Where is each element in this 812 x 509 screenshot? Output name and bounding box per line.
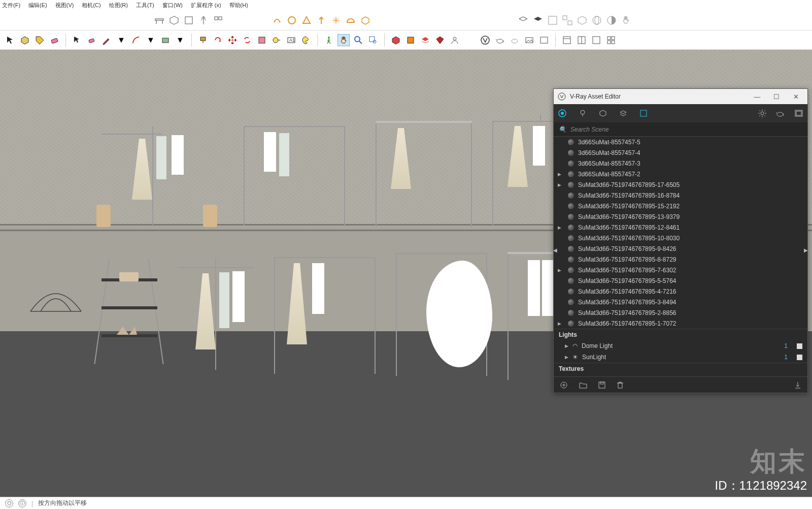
tab-frame-buffer[interactable]: [793, 108, 804, 119]
tab-lights[interactable]: [577, 108, 588, 119]
menu-edit[interactable]: 编辑(E): [28, 2, 47, 9]
rect-dropdown-icon[interactable]: ▼: [174, 34, 186, 46]
light-bulb-icon[interactable]: [271, 14, 283, 26]
material-row[interactable]: 3d66SuMat-8557457-4: [554, 147, 807, 158]
teapot-outline-icon[interactable]: [509, 34, 521, 46]
panel3-icon[interactable]: [590, 34, 602, 46]
grid-icon[interactable]: [547, 14, 559, 26]
vray-logo-icon[interactable]: [479, 34, 491, 46]
spark-icon[interactable]: [330, 14, 342, 26]
pencil-icon[interactable]: [100, 34, 113, 46]
tree-icon[interactable]: [197, 14, 210, 26]
material-row[interactable]: 3d66SuMat-8557457-5: [554, 137, 807, 147]
box-icon[interactable]: [183, 14, 195, 26]
light-enable-checkbox[interactable]: [797, 355, 802, 360]
menu-camera[interactable]: 相机(C): [82, 2, 100, 9]
boxes-icon[interactable]: [561, 14, 573, 26]
material-row[interactable]: ▶SuMat3d66-7519746767895-7-6302: [554, 265, 807, 275]
panel4-icon[interactable]: [605, 34, 617, 46]
material-row[interactable]: SuMat3d66-7519746767895-2-8856: [554, 307, 807, 318]
text-box-icon[interactable]: A1: [285, 34, 297, 46]
tab-geometry[interactable]: [597, 108, 608, 119]
orange-panel-icon[interactable]: [404, 34, 417, 46]
light-enable-checkbox[interactable]: [797, 343, 802, 349]
panel1-icon[interactable]: [561, 34, 573, 46]
vray-search[interactable]: 🔍 Search Scene: [554, 122, 807, 137]
export-icon[interactable]: [794, 381, 801, 389]
paint-icon[interactable]: [197, 34, 209, 46]
minimize-button[interactable]: —: [750, 93, 765, 101]
red-cube-icon[interactable]: [390, 34, 402, 46]
walk-icon[interactable]: [323, 34, 335, 46]
material-row[interactable]: ▶SuMat3d66-7519746767895-1-7072: [554, 318, 807, 329]
tab-render[interactable]: [775, 108, 786, 119]
dome-icon[interactable]: [345, 14, 357, 26]
pointer-icon[interactable]: [4, 34, 16, 46]
tab-settings[interactable]: [757, 108, 768, 119]
rect-icon[interactable]: [159, 34, 172, 46]
eraser-icon[interactable]: [48, 34, 60, 46]
material-row[interactable]: 3d66SuMat-8557457-3: [554, 158, 807, 169]
material-row[interactable]: SuMat3d66-7519746767895-13-9379: [554, 211, 807, 222]
red-layers-icon[interactable]: [419, 34, 431, 46]
save-icon[interactable]: [598, 381, 605, 389]
material-row[interactable]: SuMat3d66-7519746767895-4-7216: [554, 286, 807, 297]
material-row[interactable]: ▶SuMat3d66-7519746767895-17-6505: [554, 179, 807, 190]
close-button[interactable]: ✕: [788, 93, 803, 101]
frame-icon[interactable]: [523, 34, 535, 46]
material-row[interactable]: SuMat3d66-7519746767895-9-8426: [554, 243, 807, 254]
arc-dropdown-icon[interactable]: ▼: [145, 34, 157, 46]
folder-icon[interactable]: [579, 381, 587, 389]
menu-help[interactable]: 帮助(H): [229, 2, 248, 9]
circle-half-icon[interactable]: [605, 14, 618, 26]
cube-icon[interactable]: [168, 14, 180, 26]
sync-icon[interactable]: [241, 34, 253, 46]
teapot-icon[interactable]: [494, 34, 506, 46]
palette-icon[interactable]: [300, 34, 312, 46]
panel2-icon[interactable]: [576, 34, 588, 46]
tab-materials[interactable]: [557, 108, 568, 119]
material-row[interactable]: SuMat3d66-7519746767895-15-2192: [554, 201, 807, 211]
layers-fill-icon[interactable]: [532, 14, 544, 26]
arc-icon[interactable]: [130, 34, 142, 46]
vray-material-list[interactable]: 3d66SuMat-8557457-53d66SuMat-8557457-43d…: [554, 137, 807, 376]
menu-draw[interactable]: 绘图(R): [109, 2, 128, 9]
window-icon[interactable]: [538, 34, 550, 46]
status-geo-icon[interactable]: ⬡: [5, 499, 13, 507]
vray-asset-editor[interactable]: V-Ray Asset Editor — ☐ ✕ 🔍 Search Scene …: [553, 88, 808, 393]
menu-view[interactable]: 视图(V): [55, 2, 74, 9]
zoom-icon[interactable]: [352, 34, 364, 46]
globe-icon[interactable]: [591, 14, 603, 26]
menu-file[interactable]: 文件(F): [2, 2, 20, 9]
cone-icon[interactable]: [300, 14, 313, 26]
menu-window[interactable]: 窗口(W): [162, 2, 183, 9]
add-asset-icon[interactable]: [560, 381, 568, 389]
menu-tools[interactable]: 工具(T): [136, 2, 154, 9]
pointer2-icon[interactable]: [71, 34, 83, 46]
vray-titlebar[interactable]: V-Ray Asset Editor — ☐ ✕: [554, 89, 807, 104]
tab-render-elements[interactable]: [638, 108, 649, 119]
scale-icon[interactable]: [256, 34, 268, 46]
pencil-dropdown-icon[interactable]: ▼: [115, 34, 127, 46]
rotate-icon[interactable]: [212, 34, 224, 46]
hand-icon[interactable]: [620, 14, 632, 26]
ruby-icon[interactable]: [434, 34, 446, 46]
light-row[interactable]: ▶◠Dome Light1: [554, 340, 807, 352]
delete-icon[interactable]: [617, 381, 624, 389]
material-row[interactable]: SuMat3d66-7519746767895-16-8784: [554, 190, 807, 201]
menu-extensions[interactable]: 扩展程序 (x): [191, 2, 221, 9]
table-icon[interactable]: [153, 14, 165, 26]
tag-icon[interactable]: [33, 34, 46, 46]
material-row[interactable]: ▶SuMat3d66-7519746767895-12-8461: [554, 222, 807, 233]
eraser-small-icon[interactable]: [86, 34, 98, 46]
material-row[interactable]: ▶3d66SuMat-8557457-2: [554, 169, 807, 179]
material-row[interactable]: SuMat3d66-7519746767895-10-8030: [554, 233, 807, 243]
tile-icon[interactable]: [212, 14, 224, 26]
tab-layers[interactable]: [618, 108, 629, 119]
material-row[interactable]: SuMat3d66-7519746767895-5-5764: [554, 275, 807, 286]
package-icon[interactable]: [576, 14, 588, 26]
material-row[interactable]: SuMat3d66-7519746767895-3-8494: [554, 297, 807, 307]
light-row[interactable]: ▶☀SunLight1: [554, 352, 807, 363]
box-yellow-icon[interactable]: [19, 34, 31, 46]
move-icon[interactable]: [226, 34, 239, 46]
